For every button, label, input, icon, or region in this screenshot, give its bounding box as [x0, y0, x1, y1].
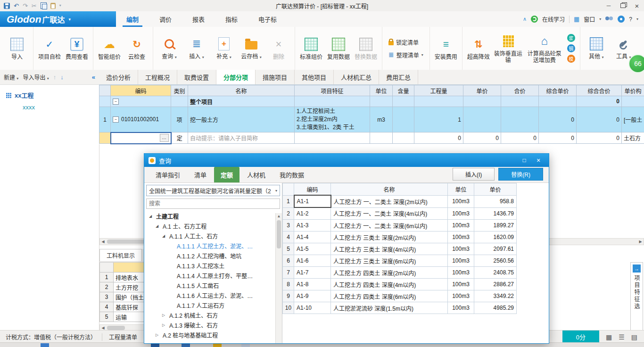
- tab-fee-summary[interactable]: 费用汇总: [379, 70, 418, 84]
- ribbon-tab-reports[interactable]: 报表: [182, 11, 215, 27]
- quota-row[interactable]: … 定 自动提示：请输入子目简称 0 0 0 0 0 土石方: [99, 132, 644, 144]
- taskbar-icon-sliver[interactable]: [41, 343, 49, 347]
- tab-labor-material-display[interactable]: 工料机显示: [99, 249, 142, 261]
- col-header-price-file[interactable]: 单价构: [622, 85, 644, 96]
- tab-project-overview[interactable]: 工程概况: [138, 70, 177, 84]
- quota-category[interactable]: 定: [171, 132, 188, 144]
- paste-icon[interactable]: [50, 3, 56, 9]
- ribbon-tab-indicators[interactable]: 指标: [215, 11, 248, 27]
- replace-data-button[interactable]: 替换数据: [352, 37, 380, 60]
- qcol-price[interactable]: 单价: [474, 183, 517, 196]
- score-bad ge[interactable]: 0分: [562, 330, 599, 343]
- item-code-cell[interactable]: −010101002001: [111, 107, 171, 132]
- close-icon[interactable]: ×: [630, 0, 644, 11]
- new-button[interactable]: 新建 ▾: [4, 73, 18, 81]
- ribbon-tab-ebid[interactable]: 电子标: [248, 11, 287, 27]
- tree-item[interactable]: A.1.1.3 人工挖冻土: [146, 261, 280, 271]
- project-tree-child[interactable]: xxxx: [0, 99, 99, 111]
- assistant-score-badge[interactable]: 66: [628, 54, 644, 73]
- save-icon[interactable]: [4, 3, 10, 9]
- tree-item[interactable]: A.1.2 机械土、石方: [146, 310, 280, 320]
- standard-pricing-button[interactable]: 标准组价: [297, 37, 325, 60]
- tab-sub-items[interactable]: 分部分项: [216, 70, 256, 84]
- tab-my-data[interactable]: 我的数据: [273, 167, 311, 182]
- tab-quota[interactable]: 定额: [214, 167, 239, 182]
- undo-icon[interactable]: ↶: [14, 3, 19, 9]
- collapse-sidebar-icon[interactable]: «: [92, 74, 95, 81]
- quota-price-file[interactable]: 土石方: [622, 132, 644, 144]
- qcol-unit[interactable]: 单位: [448, 183, 474, 196]
- tree-item[interactable]: A.1 土、石方工程: [146, 221, 280, 231]
- mortar-badge-icon[interactable]: 浆: [567, 34, 575, 42]
- project-self-check-button[interactable]: ✓ 项目自检: [36, 37, 63, 60]
- col-header-content[interactable]: 含量: [393, 85, 414, 96]
- window-menu[interactable]: 窗口: [584, 15, 595, 23]
- minimize-icon[interactable]: ─: [602, 0, 616, 11]
- reuse-data-button[interactable]: 复用数据: [325, 37, 352, 60]
- tree-item[interactable]: A.1.1.7 人工运石方: [146, 300, 280, 310]
- quota-library-select[interactable]: 全国统一建筑工程基础定额河北省消耗量定额（2 ▾: [146, 185, 280, 196]
- quota-table-row[interactable]: 9A1-9 人工挖土方 四类土 深度(6m以内)100m3 3349.22: [283, 290, 517, 302]
- copy-icon[interactable]: [41, 2, 47, 9]
- tree-item[interactable]: 土建工程: [146, 211, 280, 221]
- taskbar-icon-sliver[interactable]: [151, 343, 159, 347]
- ribbon-tab-compile[interactable]: 编制: [116, 11, 149, 27]
- col-header-unit[interactable]: 单位: [370, 85, 393, 96]
- collapse-ribbon-icon[interactable]: ∧: [523, 16, 527, 22]
- tree-item[interactable]: A.2 桩与地基基础工程: [146, 330, 280, 340]
- col-header-code[interactable]: 编码: [111, 85, 171, 96]
- col-header-name[interactable]: 名称: [188, 85, 295, 96]
- replace-dialog-button[interactable]: 替换(R): [498, 168, 543, 181]
- steel-badge-icon[interactable]: 钢: [567, 44, 575, 52]
- panel-list-icon[interactable]: ☰: [619, 334, 625, 340]
- col-header-unit-price[interactable]: 单价: [463, 85, 501, 96]
- help-caret-down-icon[interactable]: ▾: [636, 17, 638, 21]
- tree-item[interactable]: A.1.1.2 人工挖沟槽、地坑: [146, 251, 280, 261]
- taskbar-icon-sliver[interactable]: [241, 343, 250, 347]
- dialog-close-icon[interactable]: ×: [532, 156, 545, 165]
- quota-comp-unit-price[interactable]: 0: [539, 132, 577, 144]
- decor-transport-button[interactable]: 装饰垂直运输: [492, 33, 524, 64]
- cost-view-button[interactable]: ¥ 费用查看: [63, 37, 91, 60]
- redo-icon[interactable]: ↷: [23, 3, 28, 9]
- corner-header[interactable]: [99, 85, 111, 96]
- item-row-1[interactable]: 1 −010101002001 项 挖一般土方 1.人工挖桩间土 2.挖土深度2…: [99, 107, 644, 132]
- tab-list-guide[interactable]: 清单指引: [149, 167, 187, 182]
- tree-item[interactable]: A.1.1.5 人工凿石: [146, 281, 280, 290]
- quota-table-row[interactable]: 2A1-2 人工挖土方 一、二类土 深度(4m以内)100m3 1436.79: [283, 207, 517, 220]
- group-comp-total[interactable]: 0: [577, 96, 622, 107]
- install-fee-button[interactable]: ≡ 安装费用: [432, 37, 460, 60]
- dialog-title-bar[interactable]: 查询 □ ×: [144, 154, 549, 167]
- move-down-icon[interactable]: ↓: [60, 74, 64, 81]
- view-mode-icon[interactable]: ▤: [631, 334, 637, 340]
- quota-table-row[interactable]: 1 A1-1 人工挖土方 一、二类土 深度(2m以内) 100m3 958.8: [283, 195, 517, 207]
- cut-icon[interactable]: ✂: [32, 3, 37, 9]
- row-number[interactable]: 1: [99, 107, 111, 132]
- insert-dialog-button[interactable]: 插入(I): [453, 168, 495, 181]
- item-unit[interactable]: m3: [370, 107, 393, 132]
- quota-table-row[interactable]: 4A1-4 人工挖土方 三类土 深度(2m以内)100m3 1620.09: [283, 231, 517, 243]
- cloud-check-button[interactable]: ↻ 云检查: [123, 37, 150, 60]
- ribbon-tab-adjust-price[interactable]: 调价: [149, 11, 182, 27]
- super-high-button[interactable]: ⇅ 超高降效: [465, 37, 492, 60]
- tree-item[interactable]: A.1.1.6 人工运土方、淤泥、…: [146, 290, 280, 300]
- move-up-icon[interactable]: ↑: [53, 74, 57, 81]
- online-learning-link[interactable]: 在线学习: [542, 15, 565, 23]
- tab-fee-settings[interactable]: 取费设置: [177, 70, 216, 84]
- concrete-pump-button[interactable]: ⌂ 计算商品砼泵送增加费: [524, 33, 565, 64]
- lock-list-button[interactable]: 锁定清单: [388, 38, 423, 46]
- quota-table-row[interactable]: 8A1-8 人工挖土方 四类土 深度(4m以内)100m3 2886.27: [283, 279, 517, 290]
- tree-item-selected[interactable]: A.1.1.1 人工挖土方、淤泥、…: [146, 241, 280, 251]
- glodon-logo[interactable]: Glodon 广联达 ▾: [0, 11, 116, 27]
- cloud-archive-button[interactable]: 云存档 ▾: [238, 36, 265, 61]
- quota-code-cell[interactable]: …: [111, 132, 171, 144]
- group-name[interactable]: 整个项目: [188, 96, 295, 107]
- tree-item[interactable]: A.1.1.4 人工原土打夯、平整…: [146, 271, 280, 281]
- taskbar-icon-sliver[interactable]: [213, 343, 222, 347]
- tab-other-items[interactable]: 其他项目: [295, 70, 334, 84]
- item-price-file[interactable]: [一般土: [622, 107, 644, 132]
- quota-table-row[interactable]: 10A1-10 人工挖淤泥流砂 深度(1.5m以内)100m3 4985.29: [283, 302, 517, 314]
- tab-bill[interactable]: 清单: [188, 167, 213, 182]
- import-button[interactable]: 导入: [3, 37, 31, 60]
- scroll-left-icon[interactable]: ◀: [100, 239, 106, 245]
